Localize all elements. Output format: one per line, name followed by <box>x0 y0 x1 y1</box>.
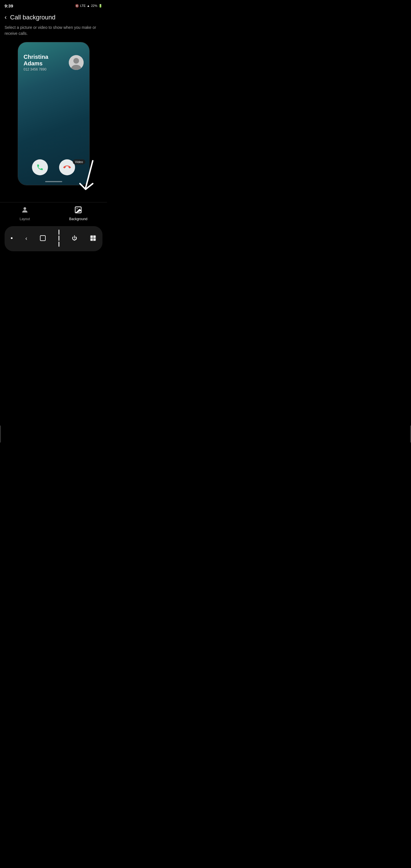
video-chip: Video <box>73 159 85 164</box>
phone-bottom-bar <box>18 181 89 185</box>
layout-icon <box>21 206 29 216</box>
background-tab[interactable]: Background <box>69 206 87 221</box>
battery-icon: 🔋 <box>98 4 102 8</box>
mute-icon: 🔇 <box>75 4 79 8</box>
contact-info: Christina Adams 012 3456 7890 <box>18 42 89 75</box>
status-time: 9:39 <box>5 3 13 8</box>
nav-home-button[interactable] <box>40 235 46 241</box>
phone-preview: Christina Adams 012 3456 7890 <box>18 42 89 185</box>
svg-point-4 <box>23 207 26 210</box>
battery-label: 22% <box>91 4 97 7</box>
answer-button[interactable] <box>32 159 48 175</box>
layout-label: Layout <box>20 217 30 221</box>
home-indicator <box>45 181 62 182</box>
nav-recents-button[interactable] <box>59 229 59 247</box>
contact-text: Christina Adams 012 3456 7890 <box>24 54 69 71</box>
signal-icon: ▲ <box>87 4 90 7</box>
status-icons: 🔇 LTE ▲ 22% 🔋 <box>75 4 102 8</box>
phone-preview-wrapper: Christina Adams 012 3456 7890 <box>0 42 107 191</box>
bottom-toolbar: Layout Background <box>0 202 107 224</box>
avatar-svg <box>69 55 84 70</box>
network-label: LTE <box>80 4 86 7</box>
avatar <box>69 55 84 70</box>
nav-dot <box>11 237 12 239</box>
nav-back-button[interactable]: ‹ <box>25 235 27 242</box>
page-title: Call background <box>10 14 55 21</box>
page-subtitle: Select a picture or video to show when y… <box>0 23 107 42</box>
nav-power-button[interactable]: ⏻ <box>72 235 77 241</box>
background-icon <box>74 206 82 216</box>
svg-point-1 <box>73 58 79 64</box>
nav-bar: ‹ ⏻ <box>5 226 102 251</box>
nav-grid-button[interactable] <box>90 235 96 241</box>
back-button[interactable]: ‹ <box>5 14 6 21</box>
layout-tab[interactable]: Layout <box>20 206 30 221</box>
contact-name: Christina Adams <box>24 54 69 67</box>
svg-point-6 <box>76 208 77 209</box>
background-label: Background <box>69 217 87 221</box>
status-bar: 9:39 🔇 LTE ▲ 22% 🔋 <box>0 0 107 10</box>
contact-number: 012 3456 7890 <box>24 67 69 71</box>
page-header: ‹ Call background <box>0 10 107 23</box>
